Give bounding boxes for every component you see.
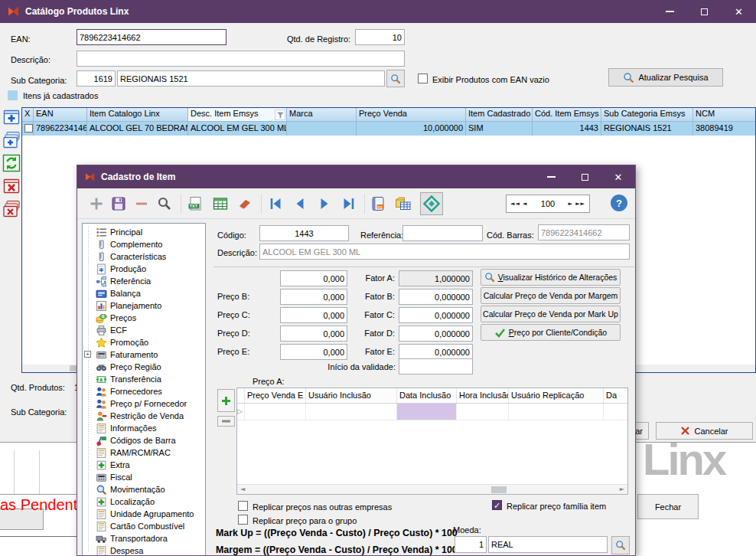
atualizar-pesquisa-button[interactable]: Atualizar Pesquisa xyxy=(608,68,723,87)
action-button-pre-o-por-cliente-condi-o[interactable]: Preço por Cliente/Condição xyxy=(481,324,621,341)
search-button[interactable] xyxy=(155,195,174,213)
tree-item-complemento[interactable]: Complemento xyxy=(83,238,205,250)
grid-add-row-button[interactable] xyxy=(217,389,235,412)
grid-view-button[interactable] xyxy=(211,195,230,213)
preco-input[interactable] xyxy=(280,325,347,342)
replicar-checkbox-2[interactable]: ✓ xyxy=(492,500,502,510)
maximize-button[interactable] xyxy=(687,0,722,23)
action-button-calcular-pre-o-de-venda-por-margem[interactable]: Calcular Preço de Venda por Margem xyxy=(481,287,621,304)
sub-categoria-code-input[interactable] xyxy=(77,70,116,87)
nav-next-button[interactable] xyxy=(315,195,334,213)
dialog-minimize-button[interactable] xyxy=(534,165,568,188)
sync-items-button[interactable] xyxy=(2,153,21,172)
pager-first-prev-icon[interactable]: ◄◄ ◄ xyxy=(510,201,527,207)
log-button[interactable]: log xyxy=(369,195,387,213)
moeda-code-input[interactable] xyxy=(455,536,487,553)
scroll-left-icon[interactable]: ◄ xyxy=(240,486,245,492)
table-row[interactable]: 7896223414662ALCOOL GEL 70 BEDRAN HIDRAL… xyxy=(22,122,755,136)
replicate-button[interactable] xyxy=(420,192,443,215)
fator-input[interactable] xyxy=(399,307,473,323)
column-header-c-d-item-emsys[interactable]: Cód. Item Emsys xyxy=(533,108,601,122)
minimize-button[interactable] xyxy=(653,0,687,23)
descricao-input[interactable] xyxy=(77,51,405,67)
qtd-registro-input[interactable] xyxy=(355,29,405,45)
cancelar-button[interactable]: Cancelar xyxy=(656,422,753,440)
tree-item-localiza-o[interactable]: Localização xyxy=(83,495,205,508)
sub-categoria-search-button[interactable] xyxy=(386,70,405,87)
row-checkbox[interactable] xyxy=(24,124,33,132)
fator-input[interactable] xyxy=(399,325,473,342)
clear-button[interactable] xyxy=(236,195,254,213)
tree-item-pre-o-p-fornecedor[interactable]: Preço p/ Fornecedor xyxy=(83,397,205,410)
add-all-items-button[interactable] xyxy=(2,130,21,149)
tree-item-restri-o-de-venda[interactable]: Restrição de Venda xyxy=(83,410,205,422)
expand-icon[interactable]: + xyxy=(84,351,91,358)
grid-column-header-pre-o-venda-e[interactable]: Preço Venda E xyxy=(245,388,306,403)
column-header-x[interactable]: X xyxy=(22,108,34,122)
remove-item-button[interactable] xyxy=(2,176,21,195)
export-grid-button[interactable] xyxy=(394,195,412,213)
nav-first-button[interactable] xyxy=(266,195,285,213)
delete-button[interactable] xyxy=(132,195,151,213)
export-txt-button[interactable]: TXT xyxy=(186,195,204,213)
sub-categoria-name-input[interactable] xyxy=(117,70,385,87)
grid-horizontal-scrollbar[interactable]: ◄ ► xyxy=(237,484,627,494)
scroll-right-icon[interactable]: ► xyxy=(620,486,624,492)
dialog-maximize-button[interactable] xyxy=(568,165,601,188)
tree-item-movimenta-o[interactable]: Movimentação xyxy=(83,483,205,495)
column-header-ncm[interactable]: NCM xyxy=(693,108,756,122)
cod-barras-input[interactable] xyxy=(538,224,630,240)
help-button[interactable]: ? xyxy=(611,195,627,211)
nav-last-button[interactable] xyxy=(340,195,358,213)
fator-input[interactable] xyxy=(399,270,473,286)
tree-item-c-digos-de-barra[interactable]: Códigos de Barra xyxy=(83,434,205,446)
tree-item-promo-o[interactable]: Promoção xyxy=(83,336,205,348)
tree-item-informa-es[interactable]: Informações xyxy=(83,422,205,434)
save-button[interactable] xyxy=(109,195,128,213)
grid-column-header-usu-rio-replica-o[interactable]: Usuário Replicação xyxy=(509,388,604,403)
tree-item-caracter-sticas[interactable]: Características xyxy=(83,250,205,263)
tree-item-faturamento[interactable]: +Faturamento xyxy=(83,348,205,361)
grid-column-header-data-inclus-o[interactable]: Data Inclusão xyxy=(397,388,457,403)
inicio-validade-input[interactable] xyxy=(399,358,473,374)
filter-icon[interactable] xyxy=(275,110,285,120)
record-pager[interactable]: ◄◄ ◄ 100 ► ►► xyxy=(506,195,590,213)
column-header-sub-categoria-emsys[interactable]: Sub Categoria Emsys xyxy=(601,108,693,122)
replicar-checkbox-1[interactable] xyxy=(238,515,248,525)
tree-item-despesa[interactable]: Despesa xyxy=(83,545,205,556)
tree-item-ram-rcm-rac[interactable]: RAM/RCM/RAC xyxy=(83,446,205,459)
scrollbar-thumb[interactable] xyxy=(491,486,507,493)
add-button[interactable] xyxy=(87,195,106,213)
tree-item-planejamento[interactable]: Planejamento xyxy=(83,299,205,312)
dialog-close-button[interactable]: ✕ xyxy=(601,165,635,188)
moeda-name-input[interactable] xyxy=(488,536,608,553)
preco-input[interactable] xyxy=(280,307,347,323)
preco-input[interactable] xyxy=(280,344,347,360)
column-header-item-catalogo-linx[interactable]: Item Catalogo Linx xyxy=(87,108,188,122)
action-button-calcular-pre-o-de-venda-por-mark-up[interactable]: Calcular Preço de Venda por Mark Up xyxy=(481,306,621,322)
grid-column-header-usu-rio-inclus-o[interactable]: Usuário Inclusão xyxy=(306,388,397,403)
close-button[interactable]: ✕ xyxy=(722,0,756,23)
column-header-pre-o-venda[interactable]: Preço Venda xyxy=(357,108,466,122)
ean-input[interactable] xyxy=(77,29,226,45)
tree-item-fiscal[interactable]: Fiscal xyxy=(83,471,205,483)
add-item-button[interactable] xyxy=(2,107,21,126)
fator-input[interactable] xyxy=(399,289,473,305)
column-header-item-cadastrado[interactable]: Item Cadastrado xyxy=(466,108,533,122)
dialog-descricao-input[interactable] xyxy=(259,244,630,260)
grid-remove-row-button[interactable] xyxy=(217,416,235,427)
moeda-search-button[interactable] xyxy=(611,536,630,554)
pager-next-last-icon[interactable]: ► ►► xyxy=(569,201,585,207)
grid-indicator-header[interactable] xyxy=(237,388,245,403)
tree-item-cart-o-combust-vel[interactable]: Cartão Combustível xyxy=(83,520,205,532)
tree-item-pre-o-regi-o[interactable]: Preço Região xyxy=(83,361,205,373)
tree-item-fornecedores[interactable]: Fornecedores xyxy=(83,385,205,397)
tree-item-transfer-ncia[interactable]: aTransferência xyxy=(83,373,205,385)
remove-all-items-button[interactable] xyxy=(2,199,21,218)
tree-item-ecf[interactable]: ECF xyxy=(83,324,205,336)
column-header-marca[interactable]: Marca xyxy=(287,108,357,122)
tree-item-refer-ncia[interactable]: Referência xyxy=(83,275,205,287)
grid-row[interactable]: ▷ xyxy=(237,404,627,420)
tree-item-principal[interactable]: Principal xyxy=(83,226,205,238)
tree-item-transportadora[interactable]: Transportadora xyxy=(83,532,205,545)
